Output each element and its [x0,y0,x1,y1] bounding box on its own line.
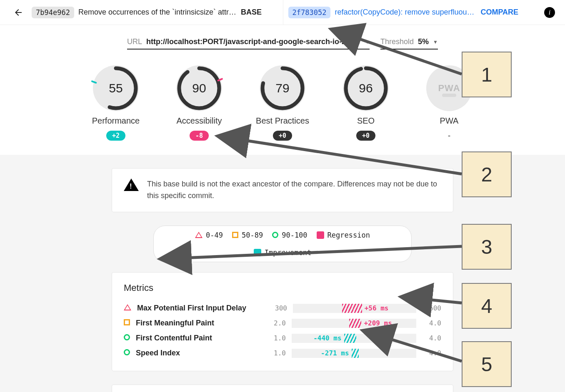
chevron-down-icon: ▼ [433,39,438,45]
gauge-delta: +0 [356,131,375,141]
metric-name: First Contentful Paint [136,334,261,342]
circ-icon [124,349,130,357]
threshold-value: 5% [418,37,429,46]
svg-point-2 [262,68,302,108]
chevron-down-icon: ▼ [365,39,370,45]
gauge-delta: +0 [273,131,292,141]
metric-name: Max Potential First Input Delay [137,304,262,313]
gauge-label: SEO [357,116,375,126]
base-commit: 7b94e962 Remove occurrences of the `intr… [27,0,283,25]
circle-icon [272,232,278,238]
svg-point-3 [346,68,386,108]
legend-50-89: 50-89 [232,231,263,239]
url-label: URL [127,37,142,46]
score-legend: 0-49 50-89 90-100 Regression Improvement [153,226,412,262]
metric-upper-bound: 4.0 [422,349,441,357]
metric-row[interactable]: First Meaningful Paint2.0+209 ms4.0 [124,316,441,331]
metric-bar: -440 ms [292,334,416,343]
metric-delta: +56 ms [365,304,389,313]
metric-bar: +56 ms [293,304,416,313]
svg-point-1 [179,68,219,108]
gauge-performance[interactable]: 55Performance+2 [87,65,145,141]
top-commit-bar: 7b94e962 Remove occurrences of the `intr… [0,0,565,25]
gauge-delta: - [440,131,458,141]
url-value: http://localhost:PORT/javascript-and-goo… [146,37,360,46]
compare-role-label: COMPARE [480,8,518,17]
gauge-label: Best Practices [256,116,309,126]
compare-commit-hash[interactable]: 2f783052 [288,7,331,18]
compare-commit: 2f783052 refactor(CopyCode): remove supe… [283,0,540,25]
gauge-accessibility[interactable]: 90Accessibility-8 [170,65,228,141]
regression-swatch [317,231,324,239]
info-button[interactable]: i [544,7,555,18]
ancestor-warning: This base build is not the exact ancesto… [112,168,453,212]
threshold-selector[interactable]: Threshold 5% ▼ [380,37,438,50]
triangle-icon [195,232,202,238]
pwa-icon: PWA [438,83,460,94]
legend-0-49: 0-49 [195,231,223,239]
legend-90-100: 90-100 [272,231,307,239]
gauge-delta: -8 [190,131,209,141]
url-selector[interactable]: URL http://localhost:PORT/javascript-and… [127,37,370,50]
metric-delta: +209 ms [364,319,392,328]
category-gauges: 55Performance+290Accessibility-879Best P… [0,55,565,146]
metric-delta: -271 ms [321,349,349,358]
metric-upper-bound: 4.0 [422,334,441,342]
base-role-label: BASE [241,8,262,17]
opportunities-panel: Opportunities Eliminate render-blocking … [112,385,453,392]
metric-delta: -440 ms [313,334,341,343]
gauge-label: Performance [92,116,140,126]
gauge-label: Accessibility [177,116,222,126]
metric-bar: +209 ms [292,319,416,328]
metric-lower-bound: 2.0 [267,319,286,327]
circ-icon [124,334,130,342]
metrics-heading: Metrics [124,283,441,293]
metric-name: Speed Index [136,349,261,357]
gauge-best-practices[interactable]: 79Best Practices+0 [253,65,312,141]
metric-name: First Meaningful Paint [136,319,261,327]
metric-lower-bound: 1.0 [267,349,286,357]
metric-row[interactable]: First Contentful Paint1.0-440 ms4.0 [124,331,441,346]
metric-bar: -271 ms [292,349,416,358]
metric-row[interactable]: Speed Index1.0-271 ms4.0 [124,346,441,361]
metric-upper-bound: 4.0 [422,319,441,327]
tri-icon [124,304,131,313]
legend-improvement: Improvement [254,248,312,257]
base-commit-hash[interactable]: 7b94e962 [32,7,74,18]
details-section: This base build is not the exact ancesto… [0,155,565,392]
gauge-label: PWA [440,116,459,126]
sq-icon [124,319,130,327]
url-threshold-row: URL http://localhost:PORT/javascript-and… [0,25,565,55]
svg-point-0 [96,68,136,108]
compare-commit-message[interactable]: refactor(CopyCode): remove superfluous a… [335,8,476,17]
warning-icon [124,179,139,191]
gauge-seo[interactable]: 96SEO+0 [337,65,395,141]
metrics-panel: Metrics Max Potential First Input Delay3… [112,272,453,371]
metric-row[interactable]: Max Potential First Input Delay300+56 ms… [124,301,441,316]
back-button[interactable] [10,4,27,21]
gauge-delta: +2 [106,131,125,141]
metric-lower-bound: 1.0 [267,334,286,342]
square-icon [232,232,238,238]
improvement-swatch [254,249,261,256]
gauge-pwa[interactable]: PWAPWA- [420,65,478,141]
metric-upper-bound: 600 [422,304,441,312]
base-commit-message: Remove occurrences of the `intrinsicsize… [78,8,237,17]
threshold-label: Threshold [380,37,414,46]
warning-text: This base build is not the exact ancesto… [147,179,441,202]
arrow-left-icon [13,7,23,17]
metric-lower-bound: 300 [268,304,287,312]
legend-regression: Regression [317,231,370,239]
